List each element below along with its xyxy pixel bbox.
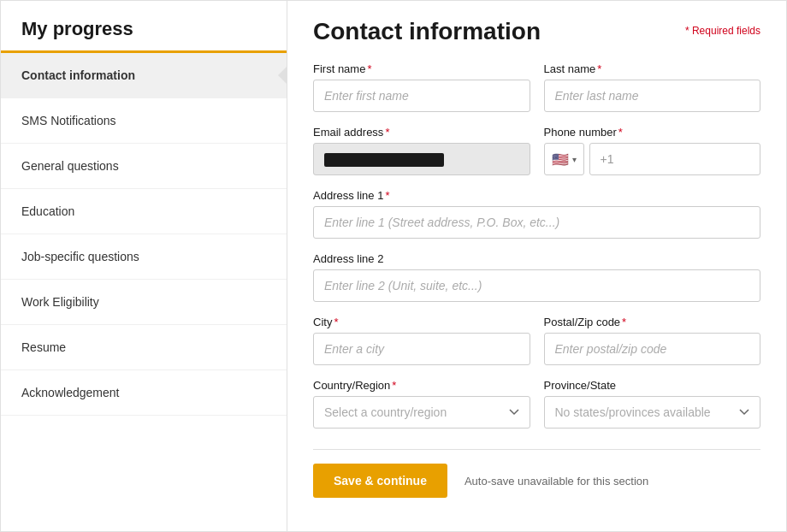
email-input[interactable] xyxy=(313,143,530,175)
city-input[interactable] xyxy=(313,333,530,365)
address2-group: Address line 2 xyxy=(313,252,760,302)
sidebar-item-job-specific-questions[interactable]: Job-specific questions xyxy=(1,234,287,280)
postal-label: Postal/Zip code* xyxy=(544,316,761,328)
country-label: Country/Region* xyxy=(313,379,530,392)
last-name-group: Last name* xyxy=(544,62,761,112)
email-label: Email address* xyxy=(313,126,530,139)
required-fields-note: * Required fields xyxy=(685,25,760,37)
email-group: Email address* xyxy=(313,126,530,175)
address1-label: Address line 1* xyxy=(313,189,760,202)
flag-icon: 🇺🇸 xyxy=(552,151,569,168)
country-group: Country/Region* Select a country/region xyxy=(313,379,530,429)
sidebar-item-acknowledgement[interactable]: Acknowledgement xyxy=(1,370,287,416)
country-select[interactable]: Select a country/region xyxy=(313,396,530,429)
sidebar: My progress Contact information SMS Noti… xyxy=(1,1,287,531)
state-select[interactable]: No states/provinces available xyxy=(544,396,761,429)
first-name-group: First name* xyxy=(313,62,530,112)
contact-form: First name* Last name* Email address* xyxy=(313,62,760,498)
phone-group: Phone number* 🇺🇸 ▾ xyxy=(544,126,761,175)
phone-country-select[interactable]: 🇺🇸 ▾ xyxy=(544,143,584,175)
city-label: City* xyxy=(313,316,530,328)
last-name-label: Last name* xyxy=(544,62,761,75)
postal-input[interactable] xyxy=(544,333,761,365)
address2-input[interactable] xyxy=(313,269,760,302)
sidebar-item-sms-notifications[interactable]: SMS Notifications xyxy=(1,98,287,144)
phone-label: Phone number* xyxy=(544,126,761,139)
phone-input[interactable] xyxy=(589,143,761,175)
main-content: Contact information * Required fields Fi… xyxy=(287,1,786,531)
sidebar-item-education[interactable]: Education xyxy=(1,189,287,234)
sidebar-item-general-questions[interactable]: General questions xyxy=(1,144,287,189)
state-group: Province/State No states/provinces avail… xyxy=(544,379,761,429)
last-name-input[interactable] xyxy=(544,80,761,112)
city-group: City* xyxy=(313,316,530,365)
sidebar-item-resume[interactable]: Resume xyxy=(1,325,287,370)
sidebar-title: My progress xyxy=(1,18,287,53)
address2-label: Address line 2 xyxy=(313,252,760,265)
sidebar-item-contact-information[interactable]: Contact information xyxy=(1,53,287,98)
flag-caret-icon: ▾ xyxy=(572,155,577,164)
first-name-label: First name* xyxy=(313,62,530,75)
sidebar-item-work-eligibility[interactable]: Work Eligibility xyxy=(1,280,287,325)
address1-group: Address line 1* xyxy=(313,189,760,239)
address1-input[interactable] xyxy=(313,206,760,239)
first-name-input[interactable] xyxy=(313,80,530,112)
state-label: Province/State xyxy=(544,379,761,392)
form-footer: Save & continue Auto-save unavailable fo… xyxy=(313,449,760,498)
save-continue-button[interactable]: Save & continue xyxy=(313,464,447,498)
postal-group: Postal/Zip code* xyxy=(544,316,761,365)
autosave-note: Auto-save unavailable for this section xyxy=(465,475,648,488)
page-title: Contact information xyxy=(313,18,541,45)
email-masked-value xyxy=(324,153,444,167)
